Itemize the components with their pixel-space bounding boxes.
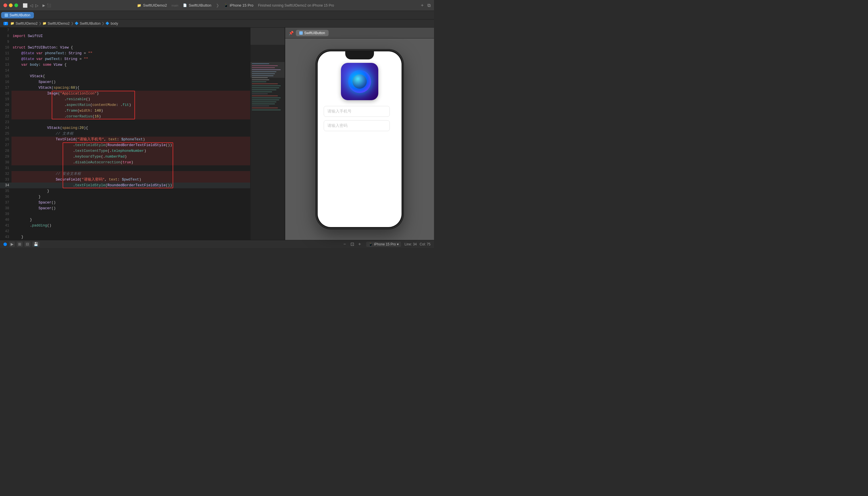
code-line-16: Spacer() <box>12 79 250 85</box>
forward-icon[interactable]: ▷ <box>35 3 39 8</box>
close-button[interactable] <box>3 3 7 7</box>
iphone-screen-content: 请输入手机号 请输入密码 <box>318 51 401 227</box>
ln-42: 42 <box>0 229 12 234</box>
status-bar: ▶ ⊞ ⊟ 💾 － ⊡ ＋ 📱 iPhone 15 Pro ▾ Line: 34… <box>0 240 434 248</box>
main-content: 7 8 9 10 11 12 13 14 15 16 17 18 19 20 2… <box>0 28 434 240</box>
ln-24: 24 <box>0 125 12 131</box>
zoom-in-button[interactable]: ＋ <box>356 241 363 247</box>
breadcrumb: 7 📁 SwiftUIDemo2 ❯ 📁 SwiftUIDemo2 ❯ 🔷 Sw… <box>0 19 434 28</box>
phone-placeholder: 请输入手机号 <box>328 109 352 114</box>
col-info: Col: 75 <box>420 242 430 246</box>
device-selector-label: iPhone 15 Pro <box>374 242 396 246</box>
ln-25: 25 <box>0 131 12 137</box>
fullscreen-button[interactable] <box>14 3 18 7</box>
breadcrumb-func[interactable]: 🔷 body <box>105 21 118 26</box>
minimize-button[interactable] <box>9 3 13 7</box>
bc-func: body <box>110 21 118 26</box>
ln-15: 15 <box>0 74 12 79</box>
code-line-22: .cornerRadius(16) <box>12 114 250 120</box>
code-line-32: // 安全文本框 <box>12 171 250 177</box>
func-icon: 🔷 <box>105 21 109 25</box>
ln-39: 39 <box>0 211 12 217</box>
code-line-21: .frame(width: 140) <box>12 108 250 114</box>
code-lines[interactable]: import SwiftUI struct SwiftUIButton: Vie… <box>12 28 250 240</box>
code-line-9 <box>12 39 250 45</box>
preview-panel: 📌 SwiftUIButton <box>285 28 434 240</box>
device-icon: 📱 <box>224 3 228 7</box>
ln-7: 7 <box>0 28 12 33</box>
svg-rect-21 <box>252 106 269 106</box>
swift-ui-button-tab[interactable]: SwiftUIButton <box>1 12 34 18</box>
svg-rect-12 <box>252 88 279 88</box>
split-button[interactable]: ⧉ <box>427 3 430 8</box>
code-line-30: .disableAutocorrection(true) <box>12 159 250 165</box>
code-line-26: TextField("请输入手机号", text: $phoneText) <box>12 137 250 142</box>
breadcrumb-project2[interactable]: 📁 SwiftUIDemo2 <box>43 21 70 26</box>
stop-button[interactable]: ⬛ <box>47 3 51 7</box>
zoom-fit-button[interactable]: ⊡ <box>349 241 355 247</box>
ln-21: 21 <box>0 108 12 114</box>
grid-icon[interactable]: ⊞ <box>17 242 23 247</box>
code-line-15: VStack{ <box>12 74 250 79</box>
toolbar-controls: ⬜ ◁ ▷ <box>23 3 39 8</box>
code-line-24: VStack(spacing:20){ <box>12 125 250 131</box>
branch-name: main <box>171 4 178 7</box>
code-line-29: .keyboardType(.numberPad) <box>12 154 250 159</box>
ln-43: 43 <box>0 234 12 240</box>
add-button[interactable]: ＋ <box>420 2 425 8</box>
chevron-down-icon: ▾ <box>397 242 399 246</box>
ln-29: 29 <box>0 154 12 159</box>
code-line-39 <box>12 211 250 217</box>
pin-icon: 📌 <box>289 31 293 35</box>
code-container: 7 8 9 10 11 12 13 14 15 16 17 18 19 20 2… <box>0 28 285 240</box>
ln-26: 26 <box>0 137 12 142</box>
bc-sep3: ❯ <box>102 21 104 25</box>
tab-label: SwiftUIButton <box>10 13 30 17</box>
devices-icon[interactable]: ⊟ <box>25 242 30 247</box>
code-line-7 <box>12 28 250 33</box>
ln-8: 8 <box>0 33 12 39</box>
code-line-33: SecureField("请输入密码", text: $pwdText) <box>12 177 250 183</box>
svg-rect-14 <box>252 92 272 92</box>
ln-33: 33 <box>0 177 12 183</box>
device-selector[interactable]: 📱 iPhone 15 Pro ▾ <box>366 242 401 247</box>
code-line-38: Spacer() <box>12 205 250 211</box>
ln-22: 22 <box>0 114 12 120</box>
svg-rect-13 <box>252 90 276 90</box>
ln-40: 40 <box>0 217 12 223</box>
ln-11: 11 <box>0 50 12 56</box>
code-line-18: Image("ApplicationIcon") <box>12 91 250 96</box>
ln-18: 18 <box>0 91 12 96</box>
svg-rect-8 <box>252 79 269 80</box>
run-icon[interactable]: ▶ <box>9 242 15 247</box>
breadcrumb-project1[interactable]: 📁 SwiftUIDemo2 <box>10 21 37 26</box>
bc-sep2: ❯ <box>71 21 74 25</box>
code-line-19: .resizable() <box>12 96 250 102</box>
breadcrumb-file[interactable]: 🔷 SwiftUIButton <box>75 21 101 26</box>
editor-area[interactable]: 7 8 9 10 11 12 13 14 15 16 17 18 19 20 2… <box>0 28 285 240</box>
back-icon[interactable]: ◁ <box>30 3 33 8</box>
run-button[interactable]: ▶ <box>43 3 45 7</box>
save-icon[interactable]: 💾 <box>32 242 40 247</box>
ln-16: 16 <box>0 79 12 85</box>
svg-rect-19 <box>252 102 276 102</box>
ln-23: 23 <box>0 120 12 125</box>
pwd-placeholder: 请输入密码 <box>328 123 348 128</box>
preview-tab[interactable]: SwiftUIButton <box>296 30 329 36</box>
sidebar-toggle-icon[interactable]: ⬜ <box>23 3 28 8</box>
status-left: ▶ ⊞ ⊟ 💾 <box>3 242 40 247</box>
traffic-lights <box>3 3 18 7</box>
minimap-highlight <box>250 28 285 45</box>
bc-project1: SwiftUIDemo2 <box>16 21 37 26</box>
svg-rect-24 <box>250 62 285 78</box>
zoom-out-button[interactable]: － <box>341 241 348 247</box>
device-selector-icon: 📱 <box>368 242 373 246</box>
line-badge: 7 <box>3 22 8 25</box>
bc-file: SwiftUIButton <box>80 21 101 26</box>
line-numbers: 7 8 9 10 11 12 13 14 15 16 17 18 19 20 2… <box>0 28 12 240</box>
tab-bar: SwiftUIButton <box>0 11 434 19</box>
ln-35: 35 <box>0 188 12 194</box>
swift-file-icon: 🔷 <box>75 21 79 25</box>
code-line-25: // 文本框 <box>12 131 250 137</box>
text-fields-container: 请输入手机号 请输入密码 <box>324 106 396 131</box>
